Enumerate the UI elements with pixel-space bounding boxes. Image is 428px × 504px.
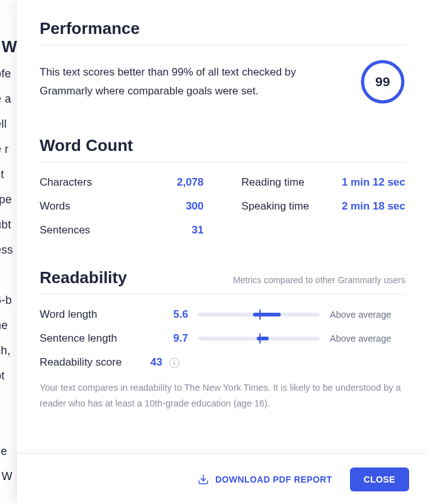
performance-modal: Performance This text scores better than… [17,0,428,504]
sentences-row: Sentences 31 [40,224,204,237]
speaking-time-label: Speaking time [242,200,310,213]
readability-title: Readability [40,268,127,288]
reading-time-row: Reading time 1 min 12 sec [242,176,406,189]
readability-comparison: Your text compares in readability to The… [40,380,405,411]
words-value: 300 [186,200,203,213]
word-length-row: Word length 5.6 Above average [40,308,405,321]
sentence-length-row: Sentence length 9.7 Above average [40,332,405,345]
words-label: Words [40,200,70,213]
reading-time-value: 1 min 12 sec [342,176,405,189]
reading-time-label: Reading time [242,176,305,189]
word-count-title: Word Count [40,136,405,155]
word-length-label: Word length [40,308,140,321]
sentences-value: 31 [192,224,204,237]
download-icon [198,474,209,485]
sentence-length-value: 9.7 [150,332,188,345]
sentences-label: Sentences [40,224,90,237]
words-row: Words 300 [40,200,204,213]
sentence-length-label: Sentence length [40,332,140,345]
sentence-length-bar [198,337,320,340]
divider [40,45,405,45]
characters-value: 2,078 [177,176,204,189]
word-length-tag: Above average [330,310,405,320]
divider [40,294,405,294]
speaking-time-value: 2 min 18 sec [342,200,405,213]
modal-scroll-area[interactable]: Performance This text scores better than… [17,0,428,454]
download-pdf-label: DOWNLOAD PDF REPORT [215,474,332,484]
download-pdf-button[interactable]: DOWNLOAD PDF REPORT [198,474,332,485]
word-length-value: 5.6 [150,308,188,321]
close-button[interactable]: CLOSE [350,468,409,491]
characters-label: Characters [40,176,92,189]
characters-row: Characters 2,078 [40,176,204,189]
speaking-time-row: Speaking time 2 min 18 sec [242,200,406,213]
divider [40,162,405,162]
word-length-bar [198,313,320,316]
readability-score-row: Readability score 43 i [40,356,405,369]
sentence-length-tag: Above average [330,333,405,344]
modal-footer: DOWNLOAD PDF REPORT CLOSE [17,454,428,504]
info-icon[interactable]: i [169,358,179,368]
readability-score-value: 43 i [150,356,179,369]
score-value: 99 [360,59,405,104]
readability-subtitle: Metrics compared to other Grammarly user… [233,275,405,285]
score-ring: 99 [360,59,405,104]
performance-title: Performance [40,19,405,38]
readability-score-label: Readability score [40,356,140,369]
performance-description: This text scores better than 99% of all … [40,63,341,101]
